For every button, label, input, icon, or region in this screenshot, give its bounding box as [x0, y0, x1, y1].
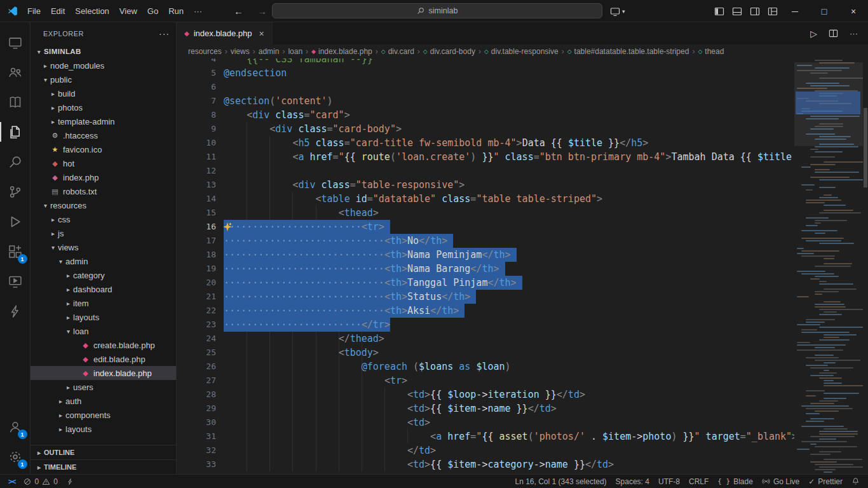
menu-view[interactable]: View	[114, 4, 142, 18]
code-line-33[interactable]: <td>{{ $item->category->name }}</td>	[224, 458, 794, 471]
tab-close-icon[interactable]: ×	[259, 29, 264, 39]
minimize-button[interactable]: ─	[780, 0, 810, 22]
language-mode[interactable]: { }Blade	[713, 475, 757, 488]
minimap-slider[interactable]	[794, 62, 863, 146]
code-line-24[interactable]: </thead>	[224, 332, 794, 346]
folder-template-admin[interactable]: ▸template-admin	[31, 114, 176, 128]
code-line-11[interactable]: <a href="{{ route('loan.create') }}" cla…	[224, 150, 794, 164]
toggle-panel-icon[interactable]	[732, 6, 742, 17]
folder-public[interactable]: ▾public	[31, 72, 176, 86]
maximize-button[interactable]: □	[810, 0, 839, 22]
code-line-15[interactable]: <thead>	[224, 206, 794, 220]
code-line-10[interactable]: <h5 class="card-title fw-semibold mb-4">…	[224, 136, 794, 150]
toggle-sidebar-icon[interactable]	[714, 6, 724, 17]
indentation-setting[interactable]: Spaces: 4	[611, 475, 654, 488]
breadcrumb-item[interactable]: loan	[287, 47, 304, 56]
code-line-23[interactable]: ························</tr>	[224, 318, 794, 332]
code-line-28[interactable]: <td>{{ $loop->iteration }}</td>	[224, 388, 794, 402]
editor-more-actions-icon[interactable]: ···	[850, 29, 858, 38]
menu-file[interactable]: File	[22, 4, 46, 18]
extensions-icon[interactable]: 1	[0, 236, 31, 266]
folder-loan[interactable]: ▾loan	[31, 324, 176, 338]
folder-views[interactable]: ▾views	[31, 240, 176, 254]
folder-photos[interactable]: ▸photos	[31, 100, 176, 114]
breadcrumb-item[interactable]: ◇div.card	[380, 47, 416, 56]
code-line-12[interactable]	[224, 164, 794, 178]
notifications-bell-icon[interactable]	[847, 475, 864, 488]
code-line-17[interactable]: ····························<th>No</th>	[224, 234, 794, 248]
code-line-6[interactable]	[224, 80, 794, 94]
breadcrumb-item[interactable]: resources	[187, 47, 223, 56]
eol-setting[interactable]: CRLF	[684, 475, 713, 488]
breadcrumb-item[interactable]: ◆index.blade.php	[310, 47, 374, 56]
menu-run[interactable]: Run	[163, 4, 189, 18]
remote-indicator[interactable]: ><	[4, 475, 19, 488]
customize-layout-icon[interactable]	[768, 6, 778, 17]
code-line-9[interactable]: <div class="card-body">	[224, 122, 794, 136]
source-control-icon[interactable]	[0, 177, 31, 207]
code-line-20[interactable]: ····························<th>Tanggal …	[224, 276, 794, 290]
menu-edit[interactable]: Edit	[46, 4, 70, 18]
settings-gear-icon[interactable]: 1	[0, 442, 31, 471]
code-line-8[interactable]: <div class="card">	[224, 108, 794, 122]
code-line-13[interactable]: <div class="table-responsive">	[224, 178, 794, 192]
code-line-16[interactable]: ························<tr>	[224, 220, 794, 234]
docs-book-icon[interactable]	[0, 87, 31, 117]
screencast-button[interactable]: ▾	[610, 0, 625, 22]
run-file-icon[interactable]: ▷	[810, 29, 817, 39]
timeline-section[interactable]: ▸ TIMELINE	[31, 459, 176, 474]
status-lightning-icon[interactable]	[62, 475, 78, 488]
minimap[interactable]	[794, 58, 863, 474]
file-index.blade.php[interactable]: ◆index.blade.php	[31, 366, 176, 380]
file-.htaccess[interactable]: ⚙.htaccess	[31, 128, 176, 142]
menu-go[interactable]: Go	[142, 4, 163, 18]
encoding-setting[interactable]: UTF-8	[654, 475, 684, 488]
accounts-icon[interactable]: 1	[0, 412, 31, 442]
editor-scrollbar[interactable]	[863, 58, 868, 474]
code-line-21[interactable]: ····························<th>Status</…	[224, 290, 794, 304]
breadcrumb-item[interactable]: ◇table#datatable.table.table-striped	[566, 47, 691, 56]
cursor-position[interactable]: Ln 16, Col 1 (343 selected)	[511, 475, 611, 488]
project-root-siminlab[interactable]: ▾ SIMINLAB	[31, 44, 176, 58]
explorer-more-actions-icon[interactable]: ···	[159, 29, 170, 39]
file-hot[interactable]: ◆hot	[31, 156, 176, 170]
file-favicon.ico[interactable]: ★favicon.ico	[31, 142, 176, 156]
search-view-icon[interactable]	[0, 147, 31, 177]
code-line-32[interactable]: </td>	[224, 444, 794, 458]
code-line-29[interactable]: <td>{{ $item->name }}</td>	[224, 402, 794, 416]
code-line-14[interactable]: <table id="datatable" class="table table…	[224, 192, 794, 206]
code-line-4[interactable]: {{-- CSS Tambahan --}}	[224, 58, 794, 66]
menu-moremoremore[interactable]: ···	[189, 4, 207, 18]
code-line-7[interactable]: @section('content')	[224, 94, 794, 108]
thunder-client-icon[interactable]	[0, 296, 31, 326]
outline-section[interactable]: ▸ OUTLINE	[31, 445, 176, 459]
close-button[interactable]: ×	[839, 0, 868, 22]
file-edit.blade.php[interactable]: ◆edit.blade.php	[31, 352, 176, 366]
code-viewport[interactable]: 4567891011121314151617181920212223242526…	[177, 58, 794, 474]
go-live-button[interactable]: Go Live	[757, 475, 804, 488]
code-line-27[interactable]: <tr>	[224, 374, 794, 388]
command-center-search[interactable]: siminlab	[272, 3, 602, 18]
split-editor-icon[interactable]	[829, 29, 838, 38]
folder-item[interactable]: ▸item	[31, 296, 176, 310]
code-line-18[interactable]: ····························<th>Nama Pem…	[224, 248, 794, 262]
prettier-status[interactable]: ✓Prettier	[804, 475, 847, 488]
code-action-lightbulb-icon[interactable]	[223, 222, 232, 231]
breadcrumb-item[interactable]: ◇thead	[696, 47, 725, 56]
file-robots.txt[interactable]: ▤robots.txt	[31, 184, 176, 198]
breadcrumb-item[interactable]: views	[229, 47, 251, 56]
folder-node_modules[interactable]: ▸node_modules	[31, 58, 176, 72]
code-line-26[interactable]: @foreach ($loans as $loan)	[224, 360, 794, 374]
breadcrumb-item[interactable]: ◇div.card-body	[422, 47, 477, 56]
folder-users[interactable]: ▸users	[31, 380, 176, 394]
folder-category[interactable]: ▸category	[31, 268, 176, 282]
folder-layouts[interactable]: ▸layouts	[31, 422, 176, 436]
scrollbar-handle[interactable]	[864, 108, 867, 187]
folder-js[interactable]: ▸js	[31, 226, 176, 240]
menu-selection[interactable]: Selection	[70, 4, 114, 18]
tab-index-blade-php[interactable]: ◆ index.blade.php ×	[177, 22, 273, 44]
remote-explorer-icon[interactable]	[0, 266, 31, 296]
code-line-5[interactable]: @endsection	[224, 66, 794, 80]
file-create.blade.php[interactable]: ◆create.blade.php	[31, 338, 176, 352]
code-line-22[interactable]: ····························<th>Aksi</th…	[224, 304, 794, 318]
